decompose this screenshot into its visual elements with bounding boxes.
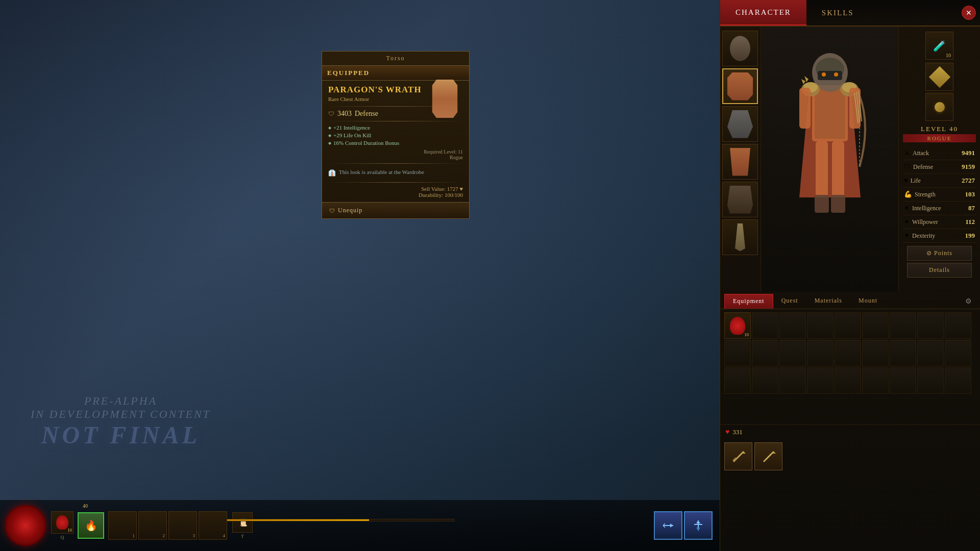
- stat-life: ♥ Life 2727: [903, 174, 976, 188]
- svg-rect-2: [815, 88, 845, 139]
- main-skill-slots: 1 2 3 4: [108, 511, 227, 540]
- skill-slot-crossbow[interactable]: [684, 511, 713, 540]
- defense-label: Defense: [913, 163, 933, 171]
- tab-equipment[interactable]: Equipment: [724, 294, 773, 309]
- inv-slot-20[interactable]: [779, 367, 806, 394]
- willpower-icon: ✦: [904, 218, 910, 226]
- life-heart-icon: ♥: [725, 428, 729, 436]
- scroll-button[interactable]: 📜: [232, 512, 253, 533]
- skill-slot-1[interactable]: 1: [108, 511, 137, 540]
- tab-skills[interactable]: SKILLS: [806, 0, 869, 26]
- inv-slot-13[interactable]: [835, 340, 861, 366]
- character-class: ROGUE: [903, 134, 976, 142]
- stat-buttons: ⊘ Points Details: [903, 243, 976, 281]
- inv-slot-10[interactable]: [752, 340, 778, 366]
- inv-slot-16[interactable]: [917, 340, 944, 366]
- inv-slot-15[interactable]: [890, 340, 916, 366]
- inv-slot-17[interactable]: [945, 340, 971, 366]
- strength-label: Strength: [915, 191, 936, 198]
- inv-slot-12[interactable]: [807, 340, 834, 366]
- arrow-skill-icon: [661, 518, 675, 533]
- weapon-2-icon: [760, 447, 778, 466]
- stat-attack: ⚔ Attack 9491: [903, 146, 976, 160]
- skill-slot-4[interactable]: 4: [199, 511, 227, 540]
- tab-mount[interactable]: Mount: [850, 294, 886, 309]
- inv-slot-21[interactable]: [807, 367, 834, 394]
- boots-item: [727, 186, 753, 214]
- inv-slot-9[interactable]: [724, 340, 751, 366]
- inv-slot-3[interactable]: [807, 312, 834, 339]
- stat-strength: 💪 Strength 103: [903, 188, 976, 202]
- weapon-slot-1[interactable]: [724, 442, 752, 470]
- svg-rect-15: [832, 141, 844, 197]
- inv-slot-7[interactable]: [917, 312, 944, 339]
- item-affixes: ◆ +21 Intelligence ◆ +29 Life On Kill ◆ …: [328, 124, 463, 146]
- inv-slot-26[interactable]: [945, 367, 971, 394]
- crossbow-skill-icon: [691, 518, 705, 533]
- affix-2: ◆ +29 Life On Kill: [328, 132, 463, 138]
- divider-3: [328, 163, 463, 164]
- defense-icon: 🛡: [904, 163, 911, 171]
- right-skill-slots: [654, 511, 713, 540]
- svg-marker-31: [670, 523, 673, 528]
- item-tooltip-panel: Torso EQUIPPED PARAGON'S WRATH Rare Ches…: [322, 51, 470, 219]
- inv-slot-18[interactable]: [724, 367, 751, 394]
- details-button[interactable]: Details: [907, 263, 972, 278]
- gem-slot[interactable]: [925, 63, 953, 91]
- svg-rect-17: [831, 195, 845, 213]
- exp-area: 40 🔥: [78, 512, 104, 539]
- inv-slot-24[interactable]: [890, 367, 916, 394]
- points-button[interactable]: ⊘ Points: [907, 246, 972, 261]
- potion-hotbar-slot[interactable]: 10: [51, 511, 74, 534]
- inventory-life-value: 331: [732, 428, 743, 436]
- inv-slot-0[interactable]: 10: [724, 312, 751, 339]
- exp-bar-fill: [212, 519, 369, 521]
- slot-offhand[interactable]: [722, 219, 758, 255]
- inv-slot-2[interactable]: [779, 312, 806, 339]
- skill-slot-3[interactable]: 3: [168, 511, 197, 540]
- slot-helm[interactable]: [722, 31, 758, 66]
- inv-slot-11[interactable]: [779, 340, 806, 366]
- weapon-slot-2[interactable]: [754, 442, 782, 470]
- strength-icon: 💪: [904, 190, 912, 198]
- inv-slot-23[interactable]: [862, 367, 889, 394]
- tab-materials[interactable]: Materials: [806, 294, 850, 309]
- slot-gloves[interactable]: [722, 106, 758, 142]
- inv-slot-5[interactable]: [862, 312, 889, 339]
- q-label: Q: [61, 535, 64, 540]
- inv-slot-8[interactable]: [945, 312, 971, 339]
- wardrobe-icon: 👔: [328, 169, 336, 177]
- inv-slot-22[interactable]: [835, 367, 861, 394]
- close-button[interactable]: ✕: [962, 6, 976, 20]
- offhand-item: [727, 223, 753, 252]
- skill-slot-2[interactable]: 2: [138, 511, 167, 540]
- sell-heart-icon: ♥: [459, 186, 463, 192]
- slot-boots[interactable]: [722, 182, 758, 217]
- item-equipped-bar: EQUIPPED: [322, 66, 469, 81]
- inventory-settings-icon[interactable]: ⚙: [961, 294, 976, 309]
- svg-line-28: [766, 454, 772, 460]
- diamond-icon-1: ◆: [328, 126, 331, 130]
- svg-point-6: [822, 72, 826, 77]
- stat-intelligence: ✦ Intelligence 87: [903, 202, 976, 215]
- tab-character[interactable]: CHARACTER: [720, 0, 806, 26]
- unequip-button[interactable]: 🛡 Unequip: [322, 202, 469, 218]
- inv-slot-25[interactable]: [917, 367, 944, 394]
- potion-slot[interactable]: 🧪 10: [925, 32, 953, 60]
- slot-pants[interactable]: [722, 144, 758, 180]
- slot-torso[interactable]: [722, 68, 758, 104]
- dexterity-label: Dexterity: [912, 232, 935, 240]
- inv-slot-6[interactable]: [890, 312, 916, 339]
- inv-slot-1[interactable]: [752, 312, 778, 339]
- attack-icon: ⚔: [904, 149, 910, 157]
- tab-quest[interactable]: Quest: [773, 294, 806, 309]
- inv-slot-19[interactable]: [752, 367, 778, 394]
- ring-slot[interactable]: [925, 93, 953, 121]
- skill-slot-active[interactable]: 🔥: [78, 512, 104, 539]
- equipped-label: EQUIPPED: [327, 69, 370, 77]
- inv-slot-4[interactable]: [835, 312, 861, 339]
- skill-slot-arrow[interactable]: [654, 511, 682, 540]
- inv-item-potion: [730, 317, 745, 335]
- inv-slot-14[interactable]: [862, 340, 889, 366]
- intelligence-label: Intelligence: [912, 205, 941, 212]
